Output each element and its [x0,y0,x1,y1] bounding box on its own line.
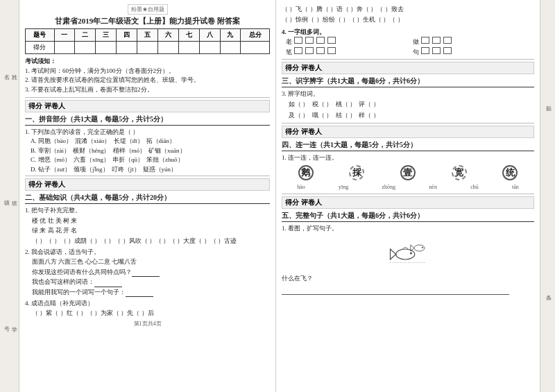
notes-title: 考试须知： [25,57,270,67]
choice-row-b: B. 宰割（zài） 横财（héng） 楷样（mó） 矿钿（xuān） [31,146,270,156]
page-container: 姓 名 班 级 学 号 粉墨★自用题 甘肃省2019年二年级语文【上册】能力提升… [0,0,555,392]
choice-d-4: 疑惑（yún） [143,165,178,175]
choice-c-4: 笨拙（zhuō） [146,155,184,165]
svg-point-3 [422,247,423,248]
table-header-2: 二 [75,29,96,42]
s2-q2-idioms: 面面八方 六面三色 心心二意 七嘴八舌 [32,257,270,266]
choice-a-letter: A. 同胞（bāo） [31,137,72,146]
section2-scorer: 得分 评卷人 [25,178,270,191]
section-zi-title: 三、识字辨字（共1大题，每题6分，共计6分） [282,76,534,87]
section1-title: 一、拼音部分（共1大题，每题5分，共计5分） [25,114,270,126]
s2-q2-common: 你发现这些词语有什么共同特点吗？ [32,267,270,277]
score-row-label: 得分 [26,42,55,54]
connect-item-e: 鹅 [298,165,314,180]
note-3: 3. 不要在试卷上乱写乱画，卷面不整洁扣2分。 [25,85,270,95]
choice-a-2: 混淆（xiáo） [75,137,111,146]
scorer-label-2: 得分 评卷人 [28,180,65,189]
pinyin-hao: hào [297,183,305,192]
section1-q1: 1. 下列加点字的读音，完全正确的是（ ） A. 同胞（bāo） 混淆（xiáo… [25,127,270,174]
s2-q4-brackets: （ ）紫（ ）红（ ）（ ）为家（ ）先（ ）后 [32,308,270,318]
s2-q2-write: 我也会写这样的词语： [32,277,270,287]
score-9 [220,42,241,54]
s2-q1-row2: 绿 来 高 花 开 名 [32,225,270,235]
vocab-bi: 笔 [286,47,407,57]
s2-q4-label: 4. 成语点睛（补充词语） [25,298,270,308]
connect-char-yi: 壹 [400,165,416,180]
pinyin-zhong: zhōng [382,183,396,192]
choice-d-1: D. 钻子（zuī） [31,165,71,175]
connect-item-cai: 採 [349,165,364,180]
table-header-1: 一 [54,29,75,42]
choice-a-3: 长堤（dī） [114,137,144,146]
section2-title: 二、基础知识（共4大题，每题5分，共计20分） [25,193,270,204]
choice-d-3: 叮咚（jī） [112,165,140,175]
notes-section: 考试须知： 1. 考试时间：60分钟，满分为100分（含卷面分2分）。 2. 请… [25,57,270,94]
right-margin: 贴 条 [540,0,555,392]
choice-b-2: 横财（héng） [73,146,110,156]
scorer-label-4: 得分 评卷人 [285,127,322,137]
s2-q2-label: 2. 我会说谚语，适当句子。 [25,247,270,257]
section1-scorer: 得分 评卷人 [25,100,270,112]
s2-q1-brackets: （ ）（ ）（ ）成阴（ ）（ ）（ ）风吹（ ）（ ）（ ）大度（ ）（ ）古… [32,236,270,246]
scorer-label-3: 得分 评卷人 [285,63,322,73]
right-panel: （ ）飞（ ）腾（ ）语（ ）奔（ ）（ ）致去 （ ）惊例（ ）纷纷（ ）（ … [276,0,540,392]
score-7 [178,42,199,54]
choice-b-1: B. 宰割（zài） [31,146,70,156]
connect-item-kuan: 宽 [452,165,467,180]
score-total [241,42,270,54]
fish-illustration [387,236,429,271]
q1-label: 1. 下列加点字的读音，完全正确的是（ ） [25,127,270,137]
connect-char-cai: 採 [349,165,364,180]
choice-row-c: C. 增恶（mó） 六畜（xīng） 串折（qū） 笨拙（zhuō） [31,155,270,165]
vocab-zuo: 做 [413,37,534,46]
score-5 [137,42,158,54]
s2-q1-label: 1. 把句子补充完整。 [25,205,270,215]
svg-point-0 [396,249,415,259]
table-header-9: 九 [220,29,241,42]
note-1: 1. 考试时间：60分钟，满分为100分（含卷面分2分）。 [25,67,270,76]
connect-chars-row: 鹅 採 壹 宽 统 [282,165,534,180]
choice-c-2: 六畜（xīng） [74,155,110,165]
pinyin-ying: yīng [339,183,348,192]
section3-scorer: 得分 评卷人 [282,62,534,74]
s3-pairs-row1: 如（ ） 税（ ） 桃（ ） 评（ ） [289,99,534,110]
choice-row-d: D. 钻子（zuī） 颈项（jǐng） 叮咚（jī） 疑惑（yún） [31,165,270,175]
section-wanju-title: 五、完整句子（共1大题，每题6分，共计6分） [282,211,534,222]
connect-pinyin-row: hào yīng zhōng nèn chū tān [282,183,534,192]
doc-title: 甘肃省2019年二年级语文【上册】能力提升试卷 附答案 [25,16,270,26]
choice-c-3: 串折（qū） [112,155,144,165]
section-lian-q1: 1. 连一连，连一连。 鹅 採 壹 宽 统 [282,153,534,192]
choice-a-4: 拓（diān） [146,137,176,146]
choice-d-2: 颈项（jǐng） [74,165,109,175]
page-number: 第1页共4页 [25,320,270,327]
table-header-5: 五 [137,29,158,42]
main-content: 粉墨★自用题 甘肃省2019年二年级语文【上册】能力提升试卷 附答案 题号 一 … [19,0,540,392]
table-header-8: 八 [199,29,220,42]
lian-label: 1. 连一连，连一连。 [282,153,534,162]
scorer-label-5: 得分 评卷人 [285,198,322,207]
connect-char-e: 鹅 [298,165,314,180]
right-q4-vocab: 4. 一字组多词。 老 做 笔 句 [282,27,534,58]
score-table: 题号 一 二 三 四 五 六 七 八 九 总分 得分 [25,28,270,54]
doc-header: 粉墨★自用题 甘肃省2019年二年级语文【上册】能力提升试卷 附答案 [25,4,270,26]
bracket-row-2: （ ）惊例（ ）纷纷（ ）（ ）生机（ ）（ ） [282,15,534,25]
section-wanju-q1: 1. 看图，扩写句子。 [282,223,534,295]
left-margin: 姓 名 班 级 学 号 [0,0,19,392]
wanju-label: 1. 看图，扩写句子。 [282,223,534,233]
table-header-total: 总分 [241,29,270,42]
connect-item-tong: 统 [502,165,518,180]
choice-b-4: 矿钿（xuān） [148,146,186,156]
section-zi-q1: 3. 辨字组词。 如（ ） 税（ ） 桃（ ） 评（ ） 及（ ） 哦（ ） 桔… [282,89,534,121]
wanju-q-text: 什么在飞？ [282,273,534,283]
table-header-0: 题号 [26,29,55,42]
choice-b-3: 楷样（mó） [113,146,146,156]
bracket-row-1: （ ）飞（ ）腾（ ）语（ ）奔（ ）（ ）致去 [282,4,534,15]
table-header-6: 六 [157,29,178,42]
note-2: 2. 请首先按要求在试卷的指定位置填写您的姓名、班级、学号。 [25,76,270,85]
section5-scorer: 得分 评卷人 [282,196,534,209]
q1-choices: A. 同胞（bāo） 混淆（xiáo） 长堤（dī） 拓（diān） B. 宰割… [25,137,270,174]
s2-q1-row1: 楼 优 壮 美 树 来 [32,216,270,225]
connect-char-kuan: 宽 [452,165,467,180]
section4-scorer: 得分 评卷人 [282,126,534,138]
table-header-7: 七 [178,29,199,42]
